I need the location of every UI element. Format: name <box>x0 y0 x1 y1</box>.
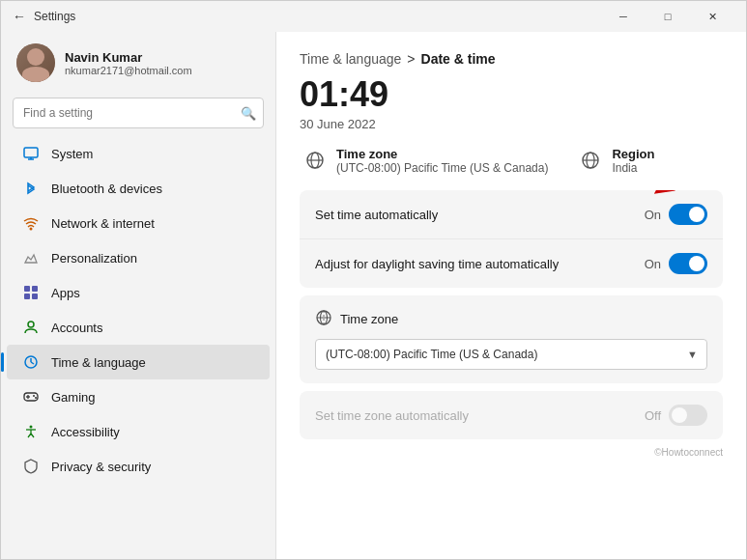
close-button[interactable]: ✕ <box>690 1 734 32</box>
auto-time-right: On <box>645 204 707 225</box>
svg-point-3 <box>30 228 33 231</box>
auto-timezone-toggle[interactable] <box>669 405 707 426</box>
timezone-text: Time zone (UTC-08:00) Pacific Time (US &… <box>336 147 548 175</box>
info-row: Time zone (UTC-08:00) Pacific Time (US &… <box>300 147 723 175</box>
titlebar: ← Settings ─ □ ✕ <box>1 1 746 32</box>
timezone-select[interactable]: (UTC-08:00) Pacific Time (US & Canada) <box>315 339 707 370</box>
sidebar-item-personalization[interactable]: Personalization <box>7 240 270 275</box>
apps-icon <box>22 284 40 301</box>
sidebar-item-network[interactable]: Network & internet <box>7 206 270 240</box>
svg-rect-6 <box>24 294 30 299</box>
daylight-row: Adjust for daylight saving time automati… <box>300 239 723 288</box>
back-icon[interactable]: ← <box>13 9 26 24</box>
svg-point-17 <box>30 426 33 429</box>
timezone-section-globe-icon <box>315 309 332 329</box>
region-info[interactable]: Region India <box>579 147 654 175</box>
bluetooth-icon <box>22 180 40 197</box>
svg-line-11 <box>31 362 34 364</box>
timezone-info[interactable]: Time zone (UTC-08:00) Pacific Time (US &… <box>303 147 548 175</box>
auto-timezone-card: Set time zone automatically Off <box>300 391 723 439</box>
minimize-button[interactable]: ─ <box>601 1 646 32</box>
avatar <box>16 43 55 82</box>
auto-timezone-label: Set time zone automatically <box>315 408 469 423</box>
daylight-right: On <box>645 253 707 274</box>
maximize-button[interactable]: □ <box>646 1 690 32</box>
user-name: Navin Kumar <box>65 50 192 65</box>
sidebar-item-privacy-label: Privacy & security <box>51 460 151 474</box>
settings-card-main: Set time automatically On <box>300 190 723 288</box>
sidebar: Navin Kumar nkumar2171@hotmail.com 🔍 <box>1 32 275 559</box>
sidebar-item-privacy[interactable]: Privacy & security <box>7 449 270 484</box>
watermark: ©Howtoconnect <box>300 447 723 458</box>
timezone-value: (UTC-08:00) Pacific Time (US & Canada) <box>336 161 548 175</box>
sidebar-item-personalization-label: Personalization <box>51 251 137 266</box>
sidebar-item-apps[interactable]: Apps <box>7 275 270 310</box>
timezone-select-wrap: (UTC-08:00) Pacific Time (US & Canada) ▼ <box>315 339 707 370</box>
sidebar-item-bluetooth[interactable]: Bluetooth & devices <box>7 171 270 206</box>
sidebar-item-accounts[interactable]: Accounts <box>7 310 270 345</box>
breadcrumb-current: Date & time <box>421 51 496 67</box>
auto-time-toggle[interactable] <box>669 204 707 225</box>
sidebar-item-accessibility-label: Accessibility <box>51 425 120 439</box>
auto-time-row: Set time automatically On <box>300 190 723 239</box>
titlebar-left: ← Settings <box>13 9 75 24</box>
user-info: Navin Kumar nkumar2171@hotmail.com <box>65 50 192 76</box>
sidebar-item-time[interactable]: Time & language <box>7 345 270 379</box>
main-content: Time & language > Date & time 01:49 30 J… <box>275 32 746 559</box>
timezone-label: Time zone <box>336 147 548 161</box>
system-icon <box>22 145 40 162</box>
svg-point-8 <box>28 322 34 327</box>
user-email: nkumar2171@hotmail.com <box>65 65 192 76</box>
current-time: 01:49 <box>300 74 723 115</box>
timezone-section: Time zone (UTC-08:00) Pacific Time (US &… <box>300 295 723 383</box>
personalization-icon <box>22 249 40 266</box>
auto-timezone-toggle-label: Off <box>645 408 661 423</box>
region-globe-icon <box>579 149 602 172</box>
timezone-section-title: Time zone <box>340 312 398 326</box>
sidebar-item-network-label: Network & internet <box>51 216 155 231</box>
breadcrumb-parent: Time & language <box>300 51 401 67</box>
svg-rect-4 <box>24 286 30 292</box>
privacy-icon <box>22 458 40 475</box>
timezone-section-label: Time zone <box>315 309 707 329</box>
daylight-toggle-thumb <box>689 256 704 271</box>
daylight-toggle[interactable] <box>669 253 707 274</box>
svg-rect-5 <box>32 286 38 292</box>
breadcrumb-separator: > <box>407 51 415 67</box>
auto-time-toggle-thumb <box>689 207 704 222</box>
daylight-toggle-label: On <box>645 257 661 271</box>
region-value: India <box>612 161 654 175</box>
search-box: 🔍 <box>13 98 264 128</box>
accessibility-icon <box>22 423 40 440</box>
auto-time-toggle-label: On <box>645 208 661 222</box>
sidebar-item-bluetooth-label: Bluetooth & devices <box>51 182 162 196</box>
current-date: 30 June 2022 <box>300 117 723 131</box>
sidebar-item-gaming-label: Gaming <box>51 390 96 405</box>
auto-timezone-row: Set time zone automatically Off <box>300 391 723 439</box>
svg-point-16 <box>35 397 37 399</box>
titlebar-title: Settings <box>34 10 75 23</box>
search-input[interactable] <box>13 98 264 128</box>
sidebar-item-accounts-label: Accounts <box>51 321 102 335</box>
sidebar-item-system[interactable]: System <box>7 136 270 171</box>
sidebar-item-system-label: System <box>51 147 93 161</box>
auto-timezone-right: Off <box>645 405 707 426</box>
accounts-icon <box>22 319 40 336</box>
svg-point-15 <box>33 395 35 397</box>
time-icon <box>22 353 40 371</box>
svg-rect-0 <box>24 148 38 157</box>
sidebar-item-apps-label: Apps <box>51 286 80 300</box>
auto-time-label: Set time automatically <box>315 208 438 222</box>
network-icon <box>22 214 40 232</box>
content-area: Navin Kumar nkumar2171@hotmail.com 🔍 <box>1 32 746 559</box>
user-profile[interactable]: Navin Kumar nkumar2171@hotmail.com <box>1 32 275 94</box>
region-text: Region India <box>612 147 654 175</box>
region-label: Region <box>612 147 654 161</box>
search-icon: 🔍 <box>241 106 256 121</box>
sidebar-item-gaming[interactable]: Gaming <box>7 379 270 414</box>
daylight-label: Adjust for daylight saving time automati… <box>315 257 559 271</box>
timezone-globe-icon <box>303 149 327 172</box>
sidebar-item-accessibility[interactable]: Accessibility <box>7 414 270 449</box>
settings-window: ← Settings ─ □ ✕ Navin Kumar nkumar2171@… <box>0 0 747 560</box>
svg-rect-7 <box>32 294 38 299</box>
